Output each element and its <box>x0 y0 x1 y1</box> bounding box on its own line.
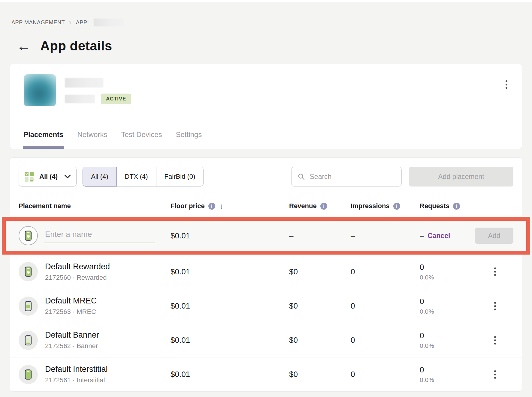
breadcrumb-chevron-icon: › <box>69 18 72 26</box>
placement-avatar <box>19 365 38 384</box>
app-summary-card: ACTIVE Placements Networks Test Devices … <box>10 64 522 149</box>
placement-meta: 2172563 · MREC <box>45 308 97 316</box>
requests-value: 0 <box>420 263 469 272</box>
col-revenue[interactable]: Revenue <box>289 202 317 210</box>
col-impressions[interactable]: Impressions <box>351 202 390 210</box>
breadcrumb: APP MANAGEMENT › APP: <box>11 19 532 26</box>
banner-phone-icon <box>23 335 34 346</box>
chevron-down-icon <box>64 175 71 179</box>
new-placement-highlight: $0.01 – – – Cancel Add <box>2 217 530 255</box>
placement-name-input[interactable] <box>44 228 155 243</box>
new-placement-row: $0.01 – – – Cancel Add <box>6 221 526 251</box>
placement-name[interactable]: Default Interstitial <box>45 365 108 374</box>
interstitial-phone-icon <box>23 369 34 380</box>
segment-fairbid[interactable]: FairBid (0) <box>156 167 204 187</box>
tab-test-devices[interactable]: Test Devices <box>121 120 162 149</box>
placement-name[interactable]: Default MREC <box>45 296 97 306</box>
breadcrumb-app-prefix: APP: <box>76 19 89 26</box>
new-row-impressions: – <box>351 231 420 240</box>
segment-dtx[interactable]: DTX (4) <box>117 167 156 187</box>
table-row: Default Interstitial 2172561 · Interstit… <box>10 357 522 391</box>
impressions-value: 0 <box>351 336 420 345</box>
table-header: Placement name Floor price i ↓ Revenue i… <box>10 195 522 217</box>
filter-bar: All (4) All (4) DTX (4) FairBid (0) Add … <box>10 167 522 187</box>
fill-rate-value: 0.0% <box>420 376 469 384</box>
cancel-link[interactable]: Cancel <box>428 232 450 240</box>
tab-placements[interactable]: Placements <box>23 120 63 149</box>
placement-name[interactable]: Default Rewarded <box>45 262 110 271</box>
revenue-value: $0 <box>289 336 351 345</box>
status-badge: ACTIVE <box>101 94 131 104</box>
row-kebab-menu-icon[interactable] <box>492 369 498 381</box>
search-box <box>291 167 402 187</box>
info-icon[interactable]: i <box>393 203 400 210</box>
placements-card: All (4) All (4) DTX (4) FairBid (0) Add … <box>10 158 522 391</box>
impressions-value: 0 <box>351 370 420 379</box>
placement-types-icon <box>24 171 35 182</box>
add-placement-button[interactable]: Add placement <box>409 167 513 187</box>
breadcrumb-section[interactable]: APP MANAGEMENT <box>11 19 65 26</box>
rewarded-phone-icon <box>23 230 34 241</box>
new-row-requests: – <box>420 231 424 240</box>
info-icon[interactable]: i <box>320 203 327 210</box>
fill-rate-value: 0.0% <box>420 308 469 315</box>
col-floor-price[interactable]: Floor price <box>171 202 205 210</box>
revenue-value: $0 <box>289 301 351 311</box>
table-row: Default MREC 2172563 · MREC $0.01 $0 0 0… <box>10 289 522 323</box>
rewarded-phone-icon <box>23 266 34 277</box>
new-row-floor-price: $0.01 <box>171 231 289 240</box>
fill-rate-value: 0.0% <box>420 342 469 349</box>
row-kebab-menu-icon[interactable] <box>492 334 498 346</box>
app-name-redacted <box>65 78 103 88</box>
placement-type-dropdown[interactable]: All (4) <box>19 167 77 187</box>
floor-price-value: $0.01 <box>171 301 289 311</box>
floor-price-value: $0.01 <box>171 267 289 276</box>
add-button[interactable]: Add <box>475 228 513 244</box>
requests-value: 0 <box>420 331 469 340</box>
top-strip <box>0 0 532 2</box>
revenue-value: $0 <box>289 370 351 379</box>
search-input[interactable] <box>310 173 395 181</box>
impressions-value: 0 <box>351 301 420 311</box>
fill-rate-value: 0.0% <box>420 274 469 281</box>
placement-meta: 2172561 · Interstitial <box>45 376 108 384</box>
floor-price-value: $0.01 <box>171 336 289 345</box>
placement-name[interactable]: Default Banner <box>45 330 99 340</box>
breadcrumb-app-name-redacted <box>94 19 124 26</box>
sort-down-icon[interactable]: ↓ <box>219 202 223 210</box>
placement-avatar <box>19 297 38 316</box>
info-icon[interactable]: i <box>453 203 460 210</box>
page-title: App details <box>40 38 112 53</box>
placement-type-dropdown-value: All (4) <box>39 173 58 181</box>
new-row-revenue: – <box>289 231 351 240</box>
row-kebab-menu-icon[interactable] <box>492 266 498 278</box>
revenue-value: $0 <box>289 267 351 276</box>
info-icon[interactable]: i <box>208 203 215 210</box>
placement-avatar <box>19 331 38 350</box>
mrec-phone-icon <box>23 300 34 312</box>
placement-meta: 2172560 · Rewarded <box>45 274 110 282</box>
placement-avatar <box>19 262 38 281</box>
segment-all[interactable]: All (4) <box>83 167 116 187</box>
app-kebab-menu-icon[interactable] <box>504 79 509 91</box>
row-kebab-menu-icon[interactable] <box>492 300 498 312</box>
impressions-value: 0 <box>351 267 420 276</box>
requests-value: 0 <box>420 365 469 375</box>
placement-meta: 2172562 · Banner <box>45 342 99 350</box>
floor-price-value: $0.01 <box>171 370 289 379</box>
tab-bar: Placements Networks Test Devices Setting… <box>10 120 522 149</box>
app-id-redacted <box>65 95 95 103</box>
col-requests[interactable]: Requests <box>420 202 449 210</box>
table-row: Default Rewarded 2172560 · Rewarded $0.0… <box>10 255 522 289</box>
tab-settings[interactable]: Settings <box>176 120 202 149</box>
table-row: Default Banner 2172562 · Banner $0.01 $0… <box>10 323 522 357</box>
col-placement-name: Placement name <box>19 202 71 210</box>
app-icon-redacted <box>24 74 56 106</box>
new-placement-avatar <box>19 226 38 245</box>
search-icon <box>298 172 305 181</box>
source-segmented-control: All (4) DTX (4) FairBid (0) <box>83 167 204 187</box>
tab-networks[interactable]: Networks <box>77 120 107 149</box>
requests-value: 0 <box>420 297 469 306</box>
back-arrow-icon[interactable]: ← <box>17 39 31 53</box>
title-bar: ← App details <box>17 38 532 53</box>
